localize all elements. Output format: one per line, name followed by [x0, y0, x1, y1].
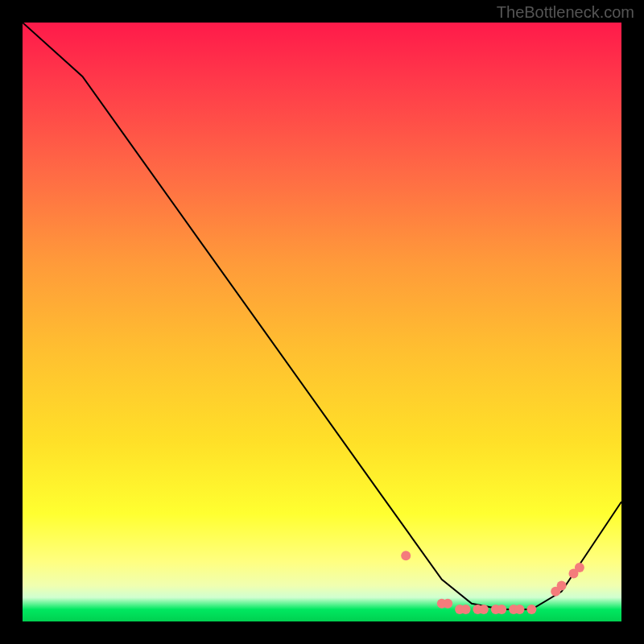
curve-line	[23, 23, 621, 609]
svg-point-4	[461, 605, 471, 614]
chart-svg	[23, 23, 621, 621]
svg-point-8	[497, 605, 506, 614]
chart-area	[23, 23, 621, 621]
svg-point-11	[526, 605, 536, 614]
svg-point-15	[575, 563, 584, 572]
watermark-text: TheBottleneck.com	[497, 3, 634, 22]
svg-point-0	[401, 551, 411, 560]
svg-point-13	[557, 580, 567, 590]
svg-point-10	[515, 605, 525, 614]
svg-point-2	[443, 599, 452, 609]
svg-point-6	[479, 605, 489, 614]
